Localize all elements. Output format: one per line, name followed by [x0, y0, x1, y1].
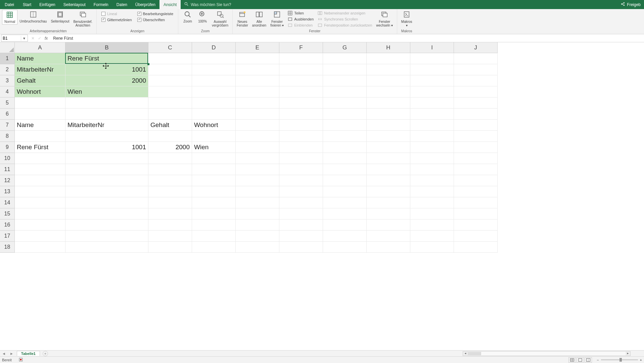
cell-C11[interactable]	[148, 164, 192, 175]
cell-G1[interactable]	[323, 53, 367, 64]
cell-C10[interactable]	[148, 153, 192, 164]
column-headers[interactable]: ABCDEFGHIJ	[15, 42, 644, 53]
cell-A4[interactable]: Wohnort	[15, 86, 65, 97]
view-custom-button[interactable]: Benutzerdef.Ansichten	[71, 10, 94, 28]
cell-J5[interactable]	[454, 97, 498, 109]
cell-J16[interactable]	[454, 219, 498, 231]
row-header-10[interactable]: 10	[0, 153, 15, 164]
cell-F13[interactable]	[279, 186, 323, 197]
arrange-all-button[interactable]: Alleanordnen	[250, 10, 268, 28]
zoom-in[interactable]: +	[640, 358, 642, 362]
hide-button[interactable]: Ausblenden	[287, 16, 314, 22]
row-header-15[interactable]: 15	[0, 208, 15, 219]
cell-E4[interactable]	[236, 86, 279, 97]
macros-button[interactable]: Makros▾	[399, 10, 414, 28]
cell-C12[interactable]	[148, 175, 192, 186]
cell-H2[interactable]	[367, 64, 410, 75]
cell-E16[interactable]	[236, 219, 279, 231]
cell-A9[interactable]: Rene Fürst	[15, 142, 65, 153]
sheet-tab-active[interactable]: Tabelle1	[17, 351, 40, 356]
cell-F10[interactable]	[279, 153, 323, 164]
row-header-3[interactable]: 3	[0, 75, 15, 86]
cell-D11[interactable]	[192, 164, 236, 175]
cell-A10[interactable]	[15, 153, 65, 164]
checkbox-bearbeitungsleiste[interactable]: Bearbeitungsleiste	[137, 12, 174, 16]
view-pagelayout-button[interactable]: Seitenlayout	[49, 10, 71, 24]
horizontal-scrollbar[interactable]: ◄ ►	[463, 351, 631, 356]
row-header-13[interactable]: 13	[0, 186, 15, 197]
row-headers[interactable]: 123456789101112131415161718	[0, 53, 15, 350]
row-header-9[interactable]: 9	[0, 142, 15, 153]
cell-H10[interactable]	[367, 153, 410, 164]
formula-input[interactable]: Rene Fürst	[51, 34, 644, 42]
row-header-4[interactable]: 4	[0, 86, 15, 97]
name-box[interactable]: ▾	[1, 35, 28, 42]
cell-J9[interactable]	[454, 142, 498, 153]
cell-J4[interactable]	[454, 86, 498, 97]
cell-G8[interactable]	[323, 131, 367, 142]
cell-G6[interactable]	[323, 109, 367, 120]
cell-D15[interactable]	[192, 208, 236, 219]
row-header-7[interactable]: 7	[0, 120, 15, 131]
cell-C7[interactable]: Gehalt	[148, 120, 192, 131]
add-sheet-button[interactable]: +	[43, 351, 48, 356]
switch-windows-button[interactable]: Fensterwechseln ▾	[374, 10, 395, 28]
tab-ueberpruefen[interactable]: Überprüfen	[131, 0, 159, 9]
cell-E7[interactable]	[236, 120, 279, 131]
cell-F5[interactable]	[279, 97, 323, 109]
row-header-2[interactable]: 2	[0, 64, 15, 75]
cell-J12[interactable]	[454, 175, 498, 186]
cell-D2[interactable]	[192, 64, 236, 75]
column-header-G[interactable]: G	[323, 42, 367, 53]
view-pagebreak-shortcut[interactable]	[585, 357, 592, 363]
cell-I13[interactable]	[410, 186, 454, 197]
cell-H12[interactable]	[367, 175, 410, 186]
cell-J8[interactable]	[454, 131, 498, 142]
zoom-100-button[interactable]: 100%	[195, 10, 210, 24]
cell-E17[interactable]	[236, 231, 279, 242]
new-window-button[interactable]: NeuesFenster	[235, 10, 250, 28]
cell-D13[interactable]	[192, 186, 236, 197]
cell-F11[interactable]	[279, 164, 323, 175]
hscroll-left[interactable]: ◄	[463, 352, 468, 356]
cell-A3[interactable]: Gehalt	[15, 75, 65, 86]
column-header-I[interactable]: I	[410, 42, 454, 53]
view-normal-shortcut[interactable]	[568, 357, 576, 363]
column-header-J[interactable]: J	[454, 42, 498, 53]
cell-H7[interactable]	[367, 120, 410, 131]
cell-B17[interactable]	[65, 231, 148, 242]
view-pagelayout-shortcut[interactable]	[577, 357, 584, 363]
cell-D16[interactable]	[192, 219, 236, 231]
hscroll-right[interactable]: ►	[626, 352, 630, 356]
cell-G3[interactable]	[323, 75, 367, 86]
checkbox-ueberschriften[interactable]: Überschriften	[137, 18, 174, 22]
cell-A8[interactable]	[15, 131, 65, 142]
cell-F15[interactable]	[279, 208, 323, 219]
cell-F12[interactable]	[279, 175, 323, 186]
cell-F18[interactable]	[279, 242, 323, 253]
cell-I7[interactable]	[410, 120, 454, 131]
cell-C8[interactable]	[148, 131, 192, 142]
cell-J18[interactable]	[454, 242, 498, 253]
fill-handle[interactable]	[147, 63, 149, 65]
cell-B8[interactable]	[65, 131, 148, 142]
cell-I6[interactable]	[410, 109, 454, 120]
cell-J17[interactable]	[454, 231, 498, 242]
record-macro-icon[interactable]	[18, 357, 23, 363]
cell-G11[interactable]	[323, 164, 367, 175]
cell-B9[interactable]: 1001	[65, 142, 148, 153]
enter-icon[interactable]: ✓	[38, 36, 41, 41]
cell-G17[interactable]	[323, 231, 367, 242]
cell-B18[interactable]	[65, 242, 148, 253]
row-header-12[interactable]: 12	[0, 175, 15, 186]
cell-C6[interactable]	[148, 109, 192, 120]
cell-A1[interactable]: Name	[15, 53, 65, 64]
cell-D6[interactable]	[192, 109, 236, 120]
column-header-B[interactable]: B	[65, 42, 148, 53]
cell-J1[interactable]	[454, 53, 498, 64]
cell-C17[interactable]	[148, 231, 192, 242]
cell-I10[interactable]	[410, 153, 454, 164]
cell-C13[interactable]	[148, 186, 192, 197]
cell-J15[interactable]	[454, 208, 498, 219]
cell-C3[interactable]	[148, 75, 192, 86]
